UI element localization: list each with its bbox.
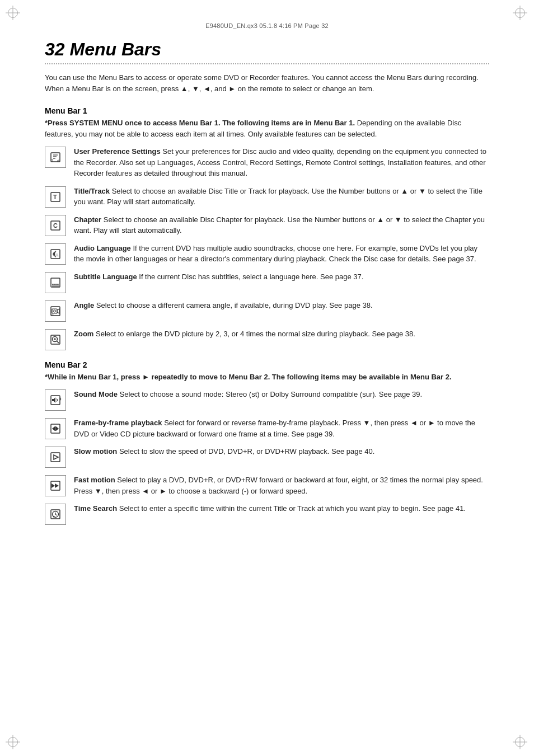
- time-search-icon: [45, 504, 66, 525]
- list-item: Subtitle Language If the current Disc ha…: [45, 271, 489, 293]
- svg-marker-29: [52, 397, 55, 403]
- svg-line-25: [57, 341, 59, 343]
- slow-motion-icon: [45, 447, 66, 468]
- menu-bar-2-items: Sound Mode Select to choose a sound mode…: [45, 389, 489, 525]
- reg-mark-br: [515, 737, 526, 748]
- dotted-rule: [45, 63, 489, 64]
- list-item: C Chapter Select to choose an available …: [45, 214, 489, 236]
- svg-marker-32: [56, 426, 59, 431]
- sound-mode-icon: [45, 389, 66, 411]
- svg-marker-37: [51, 483, 55, 488]
- menu-bar-1-title: Menu Bar 1: [45, 106, 489, 115]
- time-search-text: Time Search Select to enter a specific t…: [74, 503, 489, 514]
- svg-point-21: [54, 310, 56, 312]
- title-track-icon: T: [45, 186, 66, 208]
- list-item: Fast motion Select to play a DVD, DVD+R,…: [45, 475, 489, 496]
- subtitle-svg: [49, 276, 62, 289]
- svg-text:T: T: [51, 159, 54, 163]
- header-meta: E9480UD_EN.qx3 05.1.8 4:16 PM Page 32: [45, 22, 489, 29]
- menu-bar-1-items: T d User Preference Settings Set your pr…: [45, 146, 489, 350]
- user-prefs-text: User Preference Settings Set your prefer…: [74, 146, 489, 179]
- list-item: Sound Mode Select to choose a sound mode…: [45, 389, 489, 411]
- svg-marker-38: [55, 483, 59, 488]
- list-item: Frame-by-frame playback Select for forwa…: [45, 417, 489, 439]
- audio-lang-text: Audio Language If the current DVD has mu…: [74, 243, 489, 265]
- zoom-icon: [45, 329, 66, 350]
- slow-motion-svg: [49, 451, 62, 463]
- list-item: Time Search Select to enter a specific t…: [45, 503, 489, 525]
- time-search-svg: [49, 508, 62, 520]
- menu-bar-2-intro: *While in Menu Bar 1, press ► repeatedly…: [45, 372, 489, 383]
- svg-text:T: T: [53, 194, 57, 200]
- reg-mark-tr: [515, 8, 526, 19]
- svg-text:C: C: [53, 222, 58, 229]
- list-item: T Title/Track Select to choose an availa…: [45, 186, 489, 208]
- svg-point-17: [57, 284, 57, 284]
- list-item: T d User Preference Settings Set your pr…: [45, 146, 489, 179]
- svg-text:L: L: [57, 253, 59, 257]
- svg-text:d: d: [57, 159, 59, 163]
- svg-marker-20: [57, 309, 59, 313]
- sound-mode-svg: [49, 394, 62, 406]
- chapter-svg: C: [49, 219, 62, 232]
- chapter-text: Chapter Select to choose an available Di…: [74, 214, 489, 236]
- intro-text: You can use the Menu Bars to access or o…: [45, 72, 489, 94]
- svg-point-15: [52, 284, 53, 284]
- list-item: ∞ Angle Select to choose a different cam…: [45, 300, 489, 322]
- angle-svg: ∞: [49, 305, 62, 317]
- list-item: Zoom Select to enlarge the DVD picture b…: [45, 328, 489, 350]
- frame-by-frame-svg: [49, 422, 62, 435]
- fast-motion-text: Fast motion Select to play a DVD, DVD+R,…: [74, 475, 489, 496]
- svg-marker-35: [54, 455, 58, 459]
- svg-marker-31: [52, 426, 55, 431]
- sound-mode-text: Sound Mode Select to choose a sound mode…: [74, 389, 489, 400]
- title-track-svg: T: [49, 191, 62, 203]
- svg-rect-33: [55, 426, 57, 431]
- reg-mark-bl: [8, 737, 19, 748]
- subtitle-text: Subtitle Language If the current Disc ha…: [74, 271, 489, 283]
- title-track-text: Title/Track Select to choose an availabl…: [74, 186, 489, 208]
- subtitle-icon: [45, 272, 66, 293]
- reg-mark-tl: [8, 8, 19, 19]
- slow-motion-text: Slow motion Select to slow the speed of …: [74, 446, 489, 457]
- svg-point-16: [54, 284, 55, 284]
- user-prefs-icon: T d: [45, 147, 66, 168]
- audio-lang-svg: L: [49, 248, 62, 260]
- chapter-icon: C: [45, 215, 66, 236]
- svg-line-42: [55, 514, 57, 515]
- zoom-svg: [49, 334, 62, 346]
- fast-motion-icon: [45, 475, 66, 496]
- svg-text:∞: ∞: [51, 313, 54, 316]
- user-prefs-svg: T d: [49, 151, 62, 163]
- menu-bar-1-intro: *Press SYSTEM MENU once to access Menu B…: [45, 118, 489, 139]
- list-item: Slow motion Select to slow the speed of …: [45, 446, 489, 468]
- frame-by-frame-icon: [45, 418, 66, 439]
- audio-lang-icon: L: [45, 243, 66, 265]
- fast-motion-svg: [49, 480, 62, 492]
- page-title: 32 Menu Bars: [45, 39, 489, 60]
- frame-by-frame-text: Frame-by-frame playback Select for forwa…: [74, 417, 489, 439]
- menu-bar-2-title: Menu Bar 2: [45, 360, 489, 369]
- zoom-text: Zoom Select to enlarge the DVD picture b…: [74, 328, 489, 340]
- page: E9480UD_EN.qx3 05.1.8 4:16 PM Page 32 32…: [0, 0, 534, 756]
- angle-text: Angle Select to choose a different camer…: [74, 300, 489, 311]
- angle-icon: ∞: [45, 300, 66, 322]
- list-item: L Audio Language If the current DVD has …: [45, 243, 489, 265]
